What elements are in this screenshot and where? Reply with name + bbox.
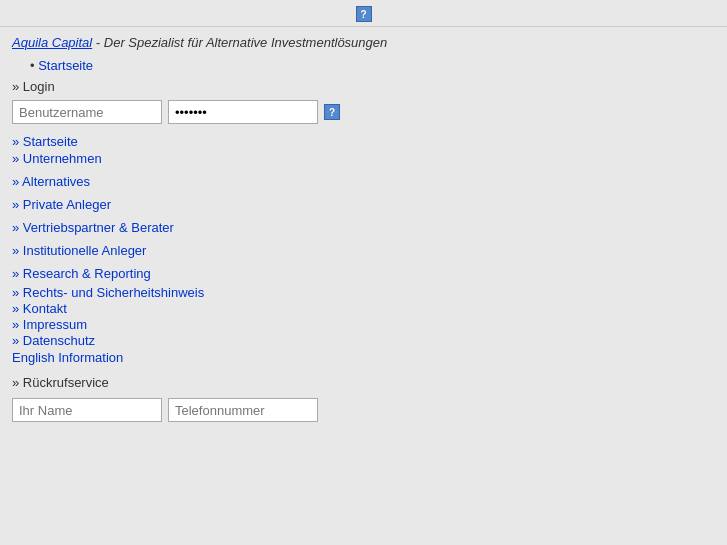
nav-item-vertriebspartner: » Vertriebspartner & Berater bbox=[12, 220, 715, 235]
site-title-line: Aquila Capital - Der Spezialist für Alte… bbox=[12, 35, 715, 50]
link-vertriebspartner[interactable]: » Vertriebspartner & Berater bbox=[12, 220, 174, 235]
nav-item-alternatives: » Alternatives bbox=[12, 174, 715, 189]
top-icon-bar: ? bbox=[0, 0, 727, 27]
english-info: English Information bbox=[12, 350, 715, 365]
link-datenschutz[interactable]: » Datenschutz bbox=[12, 333, 715, 348]
rueckruf-name-input[interactable] bbox=[12, 398, 162, 422]
rueckruf-phone-input[interactable] bbox=[168, 398, 318, 422]
password-input[interactable] bbox=[168, 100, 318, 124]
login-section-label: » Login bbox=[12, 79, 715, 94]
link-kontakt[interactable]: » Kontakt bbox=[12, 301, 715, 316]
nav-item-startseite: » Startseite bbox=[12, 134, 715, 149]
link-unternehmen[interactable]: » Unternehmen bbox=[12, 151, 102, 166]
nav-bullet-startseite: • Startseite bbox=[30, 58, 715, 73]
username-input[interactable] bbox=[12, 100, 162, 124]
login-help-icon[interactable]: ? bbox=[324, 104, 340, 120]
site-tagline: - Der Spezialist für Alternative Investm… bbox=[92, 35, 387, 50]
nav-item-unternehmen: » Unternehmen bbox=[12, 151, 715, 166]
link-rechts[interactable]: » Rechts- und Sicherheitshinweis bbox=[12, 285, 715, 300]
footer-links: » Rechts- und Sicherheitshinweis » Konta… bbox=[12, 285, 715, 348]
nav-item-private-anleger: » Private Anleger bbox=[12, 197, 715, 212]
rueckruf-label: » Rückrufservice bbox=[12, 375, 715, 390]
link-research[interactable]: » Research & Reporting bbox=[12, 266, 151, 281]
link-startseite[interactable]: » Startseite bbox=[12, 134, 78, 149]
link-impressum[interactable]: » Impressum bbox=[12, 317, 715, 332]
login-row: ? bbox=[12, 100, 715, 124]
bullet-startseite-link[interactable]: Startseite bbox=[38, 58, 93, 73]
link-alternatives[interactable]: » Alternatives bbox=[12, 174, 90, 189]
nav-item-research: » Research & Reporting bbox=[12, 266, 715, 281]
link-english-info[interactable]: English Information bbox=[12, 350, 123, 365]
rueckruf-row bbox=[12, 398, 715, 422]
site-title-link[interactable]: Aquila Capital bbox=[12, 35, 92, 50]
nav-item-institutionelle: » Institutionelle Anleger bbox=[12, 243, 715, 258]
top-help-icon[interactable]: ? bbox=[356, 6, 372, 22]
main-content: Aquila Capital - Der Spezialist für Alte… bbox=[0, 27, 727, 430]
link-private-anleger[interactable]: » Private Anleger bbox=[12, 197, 111, 212]
page-wrapper: ? Aquila Capital - Der Spezialist für Al… bbox=[0, 0, 727, 430]
nav-links-section: » Startseite » Unternehmen » Alternative… bbox=[12, 134, 715, 281]
link-institutionelle[interactable]: » Institutionelle Anleger bbox=[12, 243, 146, 258]
